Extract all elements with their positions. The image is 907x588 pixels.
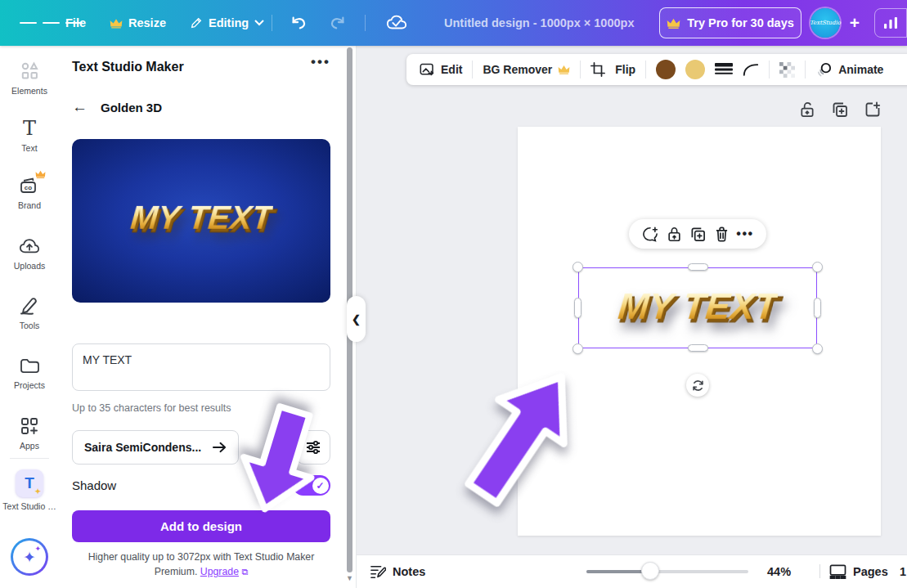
panel-collapse-button[interactable]: ❮ (347, 296, 366, 342)
panel-title: Text Studio Maker (72, 60, 184, 74)
rail-divider (10, 458, 49, 459)
text-input[interactable]: MY TEXT (72, 343, 330, 391)
toolbar-divider (580, 61, 581, 79)
selection-box[interactable] (578, 267, 817, 348)
try-pro-button[interactable]: Try Pro for 30 days (659, 7, 801, 38)
edit-image-button[interactable]: Edit (420, 63, 462, 77)
notes-button[interactable]: Notes (370, 554, 425, 588)
upgrade-link[interactable]: Upgrade (200, 566, 239, 577)
scrollbar-down-arrow[interactable]: ▼ (346, 574, 353, 582)
brand-icon: co (19, 175, 40, 196)
editing-mode-dropdown[interactable]: Editing (190, 0, 264, 46)
document-title[interactable]: Untitled design - 1000px × 1000px (444, 0, 635, 46)
lock-page-button[interactable] (797, 100, 817, 119)
line-weight-icon (715, 63, 733, 76)
sidebar-item-text-studio[interactable]: T✦ Text Studio … (0, 469, 59, 511)
sidebar-item-uploads[interactable]: Uploads (0, 236, 59, 271)
lock-element-button[interactable] (665, 225, 683, 243)
toolbar-divider (472, 61, 473, 79)
sidebar-item-text[interactable]: T Text (0, 118, 59, 153)
tools-icon (19, 295, 40, 316)
resize-handle-top-right[interactable] (812, 262, 823, 272)
resize-handle-top[interactable] (688, 263, 708, 271)
more-options-button[interactable]: ••• (311, 54, 330, 70)
crop-icon (590, 62, 605, 77)
add-page-icon (864, 101, 881, 118)
bottombar-divider (819, 564, 820, 578)
duplicate-page-icon (832, 101, 848, 118)
curve-button[interactable] (743, 64, 759, 76)
sidebar-item-elements[interactable]: Elements (0, 61, 59, 96)
resize-handle-right[interactable] (814, 298, 821, 318)
comment-plus-icon (642, 227, 658, 242)
undo-button[interactable] (290, 0, 308, 46)
flip-button[interactable]: Flip (615, 63, 635, 76)
sidebar-label: Text Studio … (2, 501, 56, 511)
edit-label: Edit (441, 63, 462, 76)
delete-element-button[interactable] (712, 225, 730, 243)
resize-handle-left[interactable] (574, 298, 581, 318)
style-preview[interactable]: MY TEXT MY TEXT (72, 139, 330, 303)
add-page-button[interactable] (863, 100, 882, 119)
trash-icon (715, 227, 729, 242)
cloud-save-status[interactable] (386, 0, 407, 46)
add-comment-button[interactable] (641, 225, 659, 243)
pages-button[interactable]: Pages (829, 554, 888, 588)
redo-button[interactable] (329, 0, 347, 46)
font-selector-button[interactable]: Saira SemiCondens... (72, 430, 239, 465)
zoom-slider[interactable] (586, 570, 748, 573)
sidebar-label: Elements (11, 86, 47, 96)
selection-toolbar: ••• (629, 219, 766, 249)
crown-icon (667, 18, 680, 29)
footnote-line2: Premium. (155, 566, 198, 577)
zoom-level-label: 44% (767, 565, 791, 578)
sidebar-label: Apps (20, 441, 39, 451)
sidebar-label: Uploads (14, 261, 46, 271)
resize-menu[interactable]: Resize (110, 0, 166, 46)
crown-icon (35, 170, 46, 178)
toolbar-divider (769, 61, 770, 79)
text-studio-panel: Text Studio Maker ••• ← Golden 3D MY TEX… (59, 46, 357, 588)
page-actions (797, 100, 882, 119)
sidebar-label: Brand (18, 200, 41, 210)
color-swatch-brown[interactable] (656, 60, 676, 79)
back-button[interactable]: ← (72, 98, 88, 116)
add-member-button[interactable]: + (843, 11, 866, 34)
duplicate-element-button[interactable] (689, 225, 707, 243)
rotate-handle[interactable] (686, 374, 709, 397)
transparency-button[interactable] (779, 62, 795, 78)
uploads-icon (19, 236, 40, 257)
color-swatch-gold[interactable] (685, 60, 705, 79)
sidebar-item-apps[interactable]: Apps (0, 415, 59, 451)
bg-remover-button[interactable]: BG Remover (483, 63, 570, 76)
gold-text-face: MY TEXT (129, 200, 273, 236)
text-studio-app-icon: T✦ (16, 469, 43, 497)
resize-handle-bottom-left[interactable] (572, 343, 583, 354)
document-title-label: Untitled design - 1000px × 1000px (444, 16, 635, 29)
more-actions-button[interactable]: ••• (736, 225, 754, 243)
insights-button[interactable] (874, 8, 907, 38)
sidebar-item-tools[interactable]: Tools (0, 295, 59, 330)
zoom-slider-thumb[interactable] (641, 562, 659, 580)
magic-assistant-button[interactable]: ✦✦ (11, 538, 48, 576)
file-menu-label: File (65, 16, 86, 29)
file-menu[interactable]: File (65, 0, 86, 46)
duplicate-page-button[interactable] (830, 100, 850, 119)
sidebar-item-brand[interactable]: co Brand (0, 175, 59, 210)
cloud-check-icon (386, 15, 407, 31)
crop-button[interactable] (590, 62, 605, 77)
apps-icon (19, 415, 40, 437)
transparency-icon (779, 62, 795, 78)
resize-handle-bottom[interactable] (688, 344, 708, 352)
editing-mode-label: Editing (209, 16, 249, 29)
crown-icon (110, 18, 123, 29)
account-avatar[interactable]: TextStudio (810, 8, 840, 38)
resize-handle-top-left[interactable] (572, 262, 583, 272)
notes-label: Notes (393, 565, 425, 578)
animate-button[interactable]: Animate (815, 62, 883, 78)
zoom-level[interactable]: 44% (767, 554, 791, 588)
sidebar-item-projects[interactable]: Projects (0, 355, 59, 390)
toolbar-divider (805, 61, 806, 79)
resize-handle-bottom-right[interactable] (812, 343, 823, 354)
line-weight-button[interactable] (715, 63, 733, 76)
